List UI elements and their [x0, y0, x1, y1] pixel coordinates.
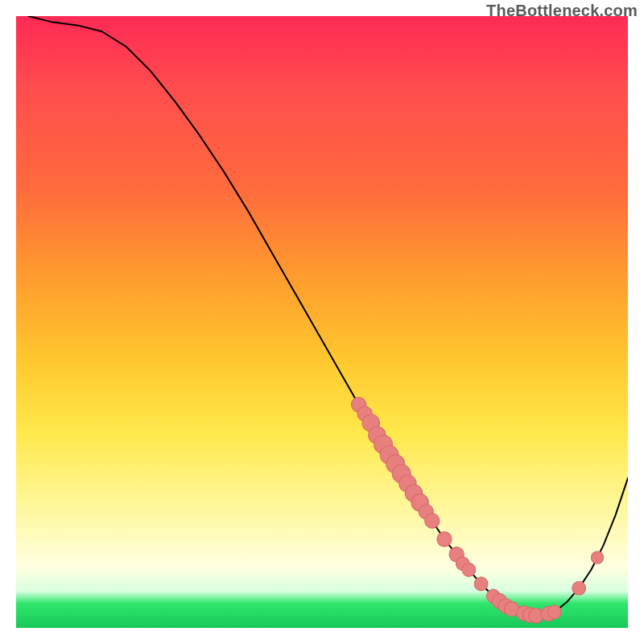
curve-marker: [425, 514, 440, 528]
curve-marker: [572, 581, 586, 595]
chart-svg: [16, 16, 628, 628]
curve-marker: [462, 563, 476, 576]
curve-markers-group: [351, 397, 603, 622]
curve-marker: [591, 551, 603, 564]
chart-stage: TheBottleneck.com: [0, 0, 644, 644]
chart-plot-area: [16, 16, 628, 628]
curve-marker: [437, 532, 452, 547]
curve-marker: [474, 577, 488, 591]
curve-marker: [547, 605, 561, 619]
bottleneck-curve-line: [28, 16, 628, 616]
